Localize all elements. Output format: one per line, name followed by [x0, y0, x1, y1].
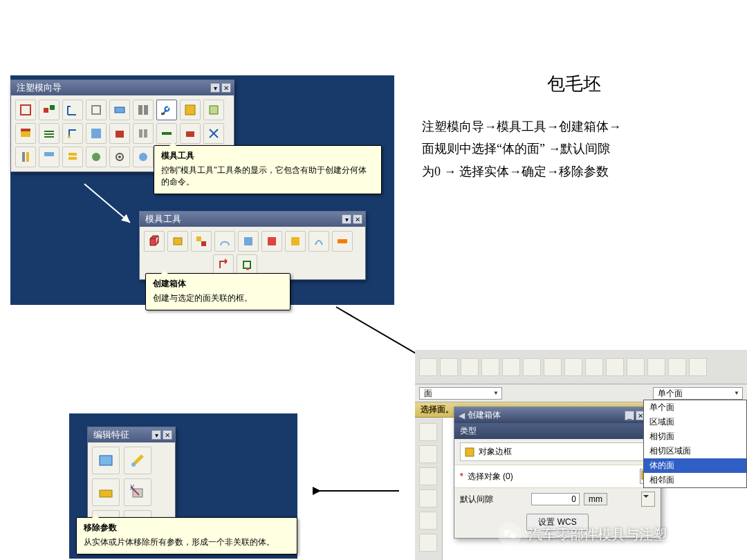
toolbar-icon[interactable] — [92, 447, 120, 474]
panel-close-icon[interactable]: ✕ — [221, 83, 231, 93]
resbar-icon[interactable] — [419, 423, 437, 441]
toolbar-icon[interactable] — [285, 231, 306, 252]
toolbar-icon[interactable] — [15, 100, 36, 120]
ribbon-icon[interactable] — [523, 358, 541, 376]
back-icon[interactable]: ◀ — [459, 411, 465, 420]
toolbar-icon[interactable] — [39, 147, 59, 167]
toolbar-icon[interactable] — [62, 100, 83, 120]
face-rule-dropdown[interactable]: 单个面 区域面 相切面 相切区域面 体的面 相邻面 — [643, 400, 747, 488]
panel-close-icon[interactable]: ✕ — [163, 430, 172, 440]
ribbon-icon[interactable] — [668, 358, 686, 376]
dropdown-option[interactable]: 单个面 — [644, 400, 746, 415]
filter-left-combo[interactable]: 面 — [419, 387, 502, 400]
ribbon-icon[interactable] — [544, 358, 562, 376]
panel-pin-icon[interactable]: ▾ — [210, 83, 220, 93]
filter-icon[interactable] — [506, 387, 520, 400]
ribbon-icon[interactable] — [502, 358, 520, 376]
svg-rect-19 — [22, 152, 25, 162]
toolbar-icon[interactable] — [237, 254, 257, 275]
dialog-min-icon[interactable]: _ — [625, 411, 634, 420]
svg-point-24 — [92, 153, 100, 161]
resbar-icon[interactable] — [419, 512, 437, 530]
svg-rect-22 — [68, 153, 77, 156]
toolbar-icon[interactable] — [214, 231, 235, 252]
toolbar-icon[interactable] — [86, 147, 107, 167]
resource-bar — [415, 418, 443, 560]
resbar-icon[interactable] — [419, 534, 437, 552]
dropdown-option[interactable]: 相邻面 — [644, 473, 746, 487]
filter-icon[interactable] — [578, 387, 592, 400]
filter-icon[interactable] — [524, 387, 538, 400]
toolbar-icon[interactable] — [191, 231, 212, 252]
toolbar-icon[interactable] — [124, 447, 151, 474]
toolbar-icon[interactable] — [15, 123, 36, 144]
mold-tools-toolbar — [140, 227, 365, 279]
ribbon-icon[interactable] — [564, 358, 582, 376]
toolbar-icon[interactable] — [92, 478, 120, 506]
mold-tools-icon[interactable] — [156, 100, 177, 120]
toolbar-icon[interactable] — [86, 123, 107, 144]
toolbar-icon[interactable] — [39, 100, 59, 120]
svg-rect-18 — [186, 131, 194, 137]
toolbar-icon[interactable] — [109, 123, 130, 144]
toolbar-icon[interactable] — [203, 123, 224, 144]
toolbar-icon[interactable] — [332, 231, 353, 252]
ribbon-icon[interactable] — [627, 358, 645, 376]
filter-right-combo[interactable]: 单个面 — [653, 387, 743, 400]
toolbar-icon[interactable] — [238, 231, 259, 252]
toolbar-icon[interactable] — [62, 147, 83, 167]
toolbar-icon[interactable] — [133, 100, 154, 120]
toolbar-icon[interactable] — [39, 123, 59, 144]
create-box-icon[interactable] — [144, 231, 165, 252]
ribbon-icon[interactable] — [481, 358, 499, 376]
dropdown-option-selected[interactable]: 体的面 — [644, 458, 746, 473]
ribbon-icon[interactable] — [689, 358, 707, 376]
dropdown-option[interactable]: 相切面 — [644, 429, 746, 444]
resbar-icon[interactable] — [419, 489, 437, 507]
ribbon-icon[interactable] — [461, 358, 479, 376]
clearance-more-button[interactable] — [641, 492, 655, 507]
panel-pin-icon[interactable]: ▾ — [342, 214, 351, 224]
ribbon-icon[interactable] — [440, 358, 458, 376]
ribbon-icon[interactable] — [647, 358, 665, 376]
ribbon-icon[interactable] — [606, 358, 624, 376]
resbar-icon[interactable] — [419, 445, 437, 463]
create-box-dialog: ◀ 创建箱体 _ ✕ ▶ 类型 ᐱ 对象边框 ▼ * 选择对象 (0) — [454, 407, 661, 539]
toolbar-icon[interactable] — [15, 147, 36, 167]
section-type-head[interactable]: 类型 ᐱ — [454, 423, 661, 439]
toolbar-icon[interactable] — [180, 123, 201, 144]
resbar-icon[interactable] — [419, 467, 437, 485]
toolbar-icon[interactable] — [109, 147, 130, 167]
filter-icon[interactable] — [542, 387, 556, 400]
panel-pin-icon[interactable]: ▾ — [151, 430, 161, 440]
type-selector[interactable]: 对象边框 ▼ — [460, 442, 655, 461]
panel-close-icon[interactable]: ✕ — [353, 214, 362, 224]
panel-mold-tools-title[interactable]: 模具工具 ▾ ✕ — [140, 212, 365, 227]
clearance-unit[interactable]: mm — [584, 493, 607, 505]
ribbon-icon[interactable] — [419, 358, 437, 376]
dropdown-option[interactable]: 相切区域面 — [644, 444, 746, 458]
svg-rect-6 — [144, 105, 148, 115]
toolbar-icon[interactable] — [109, 100, 130, 120]
toolbar-icon[interactable] — [261, 231, 282, 252]
toolbar-icon[interactable] — [86, 100, 107, 120]
toolbar-icon[interactable] — [133, 147, 154, 167]
clearance-input[interactable]: 0 — [531, 493, 580, 505]
toolbar-icon[interactable] — [180, 100, 201, 120]
dialog-titlebar[interactable]: ◀ 创建箱体 _ ✕ ▶ — [454, 407, 661, 423]
toolbar-icon[interactable] — [133, 123, 154, 144]
svg-point-27 — [139, 153, 147, 161]
panel-edit-title[interactable]: 编辑特征 ▾ ✕ — [88, 427, 175, 442]
panel-mold-tools: 模具工具 ▾ ✕ — [139, 211, 366, 280]
dropdown-option[interactable]: 区域面 — [644, 415, 746, 429]
ribbon-icon[interactable] — [585, 358, 603, 376]
toolbar-icon[interactable] — [203, 100, 224, 120]
toolbar-icon[interactable] — [213, 254, 234, 275]
remove-params-icon[interactable]: X — [124, 478, 151, 506]
toolbar-icon[interactable] — [62, 123, 83, 144]
filter-icon[interactable] — [560, 387, 574, 400]
toolbar-icon[interactable] — [167, 231, 188, 252]
toolbar-icon[interactable] — [308, 231, 329, 252]
panel-mold-wizard-title-text: 注塑模向导 — [17, 82, 62, 94]
panel-mold-wizard-title[interactable]: 注塑模向导 ▾ ✕ — [11, 80, 234, 95]
